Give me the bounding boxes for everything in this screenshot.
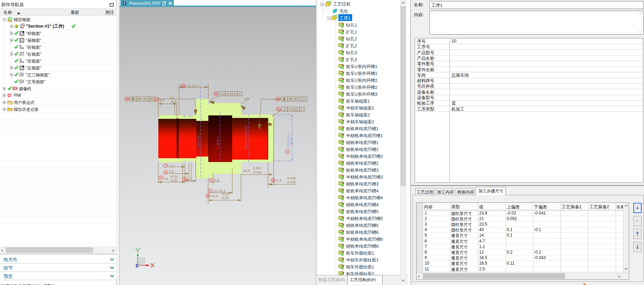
svg-text:-0,018: -0,018 [286, 180, 296, 184]
svg-text:Ø21,5 +0,05/0,02: Ø21,5 +0,05/0,02 [245, 125, 248, 149]
svg-text:9: 9 [239, 169, 240, 172]
svg-text:5: 5 [160, 177, 162, 179]
svg-text:Z: Z [136, 264, 138, 268]
svg-text:15: 15 [272, 179, 275, 182]
svg-text:14: 14 [155, 98, 158, 101]
svg-text:0.025: 0.025 [289, 107, 298, 111]
svg-text:10: 10 [215, 93, 217, 95]
svg-text:B(: B( [150, 97, 154, 101]
svg-text:4: 4 [243, 151, 245, 154]
svg-text:21: 21 [277, 108, 280, 111]
svg-text:0,00: 0,00 [171, 179, 177, 182]
svg-text:0.025: 0.025 [227, 92, 236, 96]
svg-text:Ø23,5: Ø23,5 [290, 137, 293, 145]
svg-text:0,00: 0,00 [222, 196, 229, 200]
svg-text:Ø0.015: Ø0.015 [289, 97, 301, 101]
svg-text:-0,043: -0,043 [252, 171, 262, 174]
svg-text:Ø0.05: Ø0.05 [138, 97, 148, 101]
svg-text:+0,10: +0,10 [170, 175, 178, 178]
svg-text:-0,02/-0,041: -0,02/-0,041 [287, 134, 289, 149]
svg-text:+0,11: +0,11 [221, 192, 229, 196]
svg-text:Ø23,5: Ø23,5 [216, 136, 219, 145]
svg-text:Ø41 ±0,1: Ø41 ±0,1 [197, 133, 200, 146]
svg-text:9,2: 9,2 [160, 98, 165, 102]
svg-text:16,5: 16,5 [211, 194, 218, 198]
svg-text:11: 11 [210, 179, 212, 182]
svg-text:14: 14 [164, 177, 168, 181]
svg-text:A: A [304, 97, 306, 101]
svg-text:2,5: 2,5 [214, 178, 219, 182]
svg-text:8: 8 [209, 190, 211, 192]
svg-text:A: A [239, 92, 241, 96]
svg-text:0,000: 0,000 [253, 167, 261, 170]
svg-text:1: 1 [287, 151, 288, 153]
svg-text:3: 3 [217, 146, 218, 149]
svg-text:-0,1: -0,1 [170, 100, 176, 103]
svg-text:2,9: 2,9 [277, 179, 282, 182]
svg-text:13: 13 [182, 85, 185, 87]
svg-text:A: A [301, 107, 303, 111]
svg-text:18: 18 [126, 98, 128, 100]
svg-text:10: 10 [207, 194, 209, 197]
svg-text:7: 7 [165, 164, 166, 167]
svg-text:12: 12 [164, 171, 167, 174]
svg-text:0,000: 0,000 [287, 177, 296, 180]
svg-text:1,6: 1,6 [169, 170, 174, 173]
svg-text:16,5: 16,5 [243, 169, 250, 172]
